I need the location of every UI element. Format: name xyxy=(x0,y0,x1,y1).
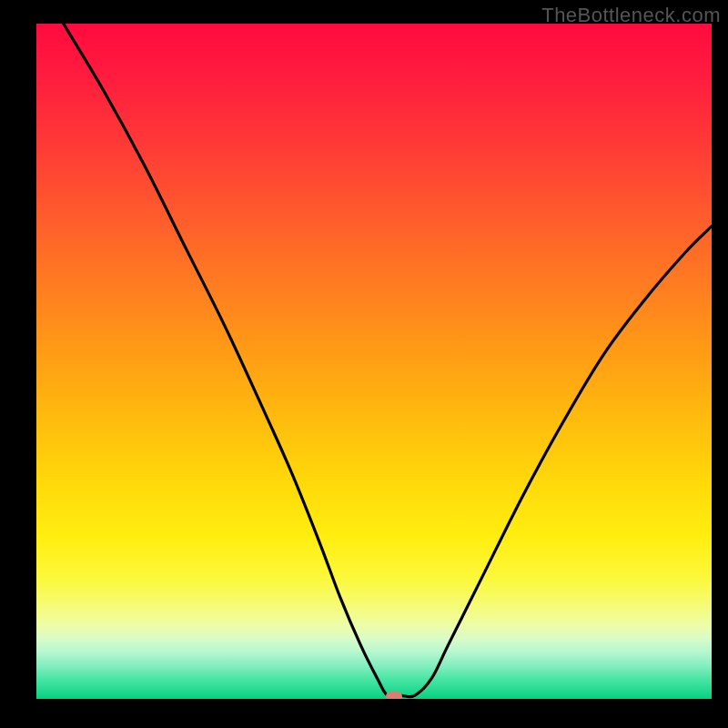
plot-area xyxy=(36,24,712,699)
curve-svg xyxy=(36,24,712,699)
bottleneck-curve xyxy=(64,24,712,697)
optimal-point-marker xyxy=(386,692,402,699)
chart-frame: TheBottleneck.com xyxy=(0,0,728,728)
watermark-text: TheBottleneck.com xyxy=(541,4,721,27)
